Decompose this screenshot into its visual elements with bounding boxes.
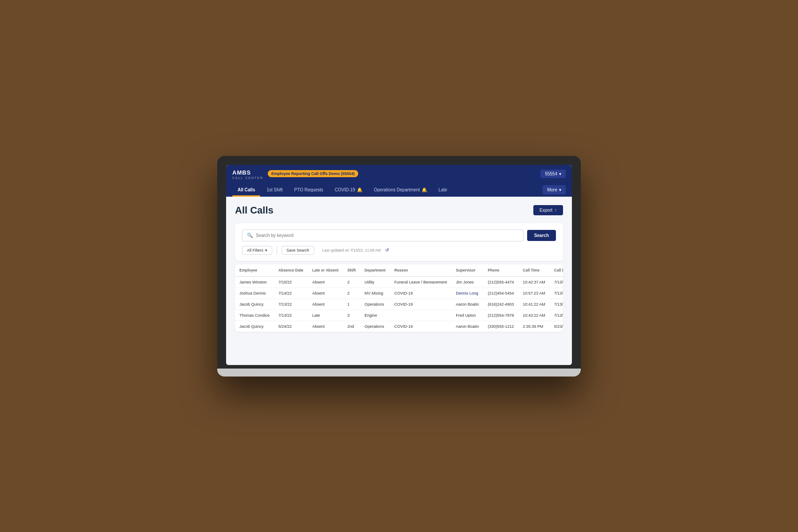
logo-text: AMBS (232, 169, 251, 176)
cell-shift: 2 (343, 287, 360, 299)
main-nav: All Calls 1st Shift PTO Requests COVID-1… (226, 183, 572, 197)
search-input[interactable] (256, 233, 519, 238)
table-row: Joshua Dennis 7/14/22 Absent 2 MV Mixing… (235, 287, 563, 299)
cell-employee: Jacob Quincy (235, 299, 274, 310)
last-updated-text: Last updated on 7/13/22, 11:59 AM (322, 248, 381, 252)
user-menu[interactable]: 55554 ▾ (540, 170, 566, 178)
col-phone: Phone (483, 264, 518, 276)
page-title: All Calls (235, 205, 274, 216)
cell-reason: Funeral Leave / Bereavement (390, 276, 452, 288)
save-search-button[interactable]: Save Search (282, 246, 314, 255)
cell-department: Operations (360, 299, 390, 310)
export-icon: ↑ (555, 208, 557, 213)
col-reason: Reason (390, 264, 452, 276)
top-bar: AMBS CALL CENTER Employee Reporting Call… (226, 165, 572, 183)
nav-item-pto-requests[interactable]: PTO Requests (289, 183, 329, 197)
col-absence-date: Absence Date (274, 264, 308, 276)
cell-department: Utility (360, 276, 390, 288)
supervisor-name: Aaron Boatin (456, 324, 479, 329)
cell-late-or-absent: Absent (308, 299, 343, 310)
col-department: Department (360, 264, 390, 276)
nav-item-covid-19[interactable]: COVID-19 🔔 (329, 183, 368, 197)
cell-absence-date: 7/14/22 (274, 287, 308, 299)
cell-supervisor: Dennis Long (451, 287, 483, 299)
nav-item-1st-shift[interactable]: 1st Shift (261, 183, 288, 197)
user-label: 55554 (545, 171, 557, 176)
filters-chevron-icon: ▾ (265, 248, 267, 252)
search-icon: 🔍 (247, 233, 253, 238)
nav-label-covid-19: COVID-19 (335, 187, 355, 192)
data-table: Employee Absence Date Late or Absent Shi… (235, 264, 563, 332)
nav-label-all-calls: All Calls (238, 187, 255, 192)
more-label: More (547, 187, 557, 192)
logo: AMBS CALL CENTER (232, 168, 263, 179)
more-chevron-icon: ▾ (559, 187, 561, 192)
table-row: Thomas Condice 7/13/22 Late 3 Engine Fre… (235, 310, 563, 321)
nav-label-1st-shift: 1st Shift (266, 187, 282, 192)
cell-employee: Jacob Quincy (235, 321, 274, 332)
cell-employee: Joshua Dennis (235, 287, 274, 299)
all-filters-label: All Filters (247, 248, 263, 252)
cell-phone: (330)555-1212 (483, 321, 518, 332)
search-area: 🔍 Search All Filters ▾ Save Search Last … (235, 223, 563, 261)
bell-icon-ops: 🔔 (422, 187, 427, 192)
nav-item-all-calls[interactable]: All Calls (232, 183, 260, 197)
more-menu[interactable]: More ▾ (543, 185, 566, 194)
supervisor-link[interactable]: Dennis Long (456, 291, 478, 295)
cell-late-or-absent: Absent (308, 321, 343, 332)
cell-employee: Thomas Condice (235, 310, 274, 321)
refresh-icon[interactable]: ↺ (385, 248, 389, 252)
nav-item-late[interactable]: Late (433, 183, 452, 197)
nav-label-late: Late (438, 187, 447, 192)
cell-call-time: 10:41:22 AM (518, 299, 550, 310)
search-row: 🔍 Search (242, 229, 556, 241)
search-button[interactable]: Search (527, 230, 556, 241)
table-row: Jacob Quincy 7/13/22 Absent 1 Operations… (235, 299, 563, 310)
export-button[interactable]: Export ↑ (533, 205, 563, 215)
cell-employee: James Winston (235, 276, 274, 288)
cell-department: MV Mixing (360, 287, 390, 299)
cell-reason: COVID-19 (390, 299, 452, 310)
screen: AMBS CALL CENTER Employee Reporting Call… (226, 165, 572, 365)
cell-call-time: 10:42:37 AM (518, 276, 550, 288)
col-call-time: Call Time (518, 264, 550, 276)
cell-call-date: 7/13/22 (550, 299, 563, 310)
cell-shift: 3 (343, 310, 360, 321)
col-call-date: Call Date (550, 264, 563, 276)
laptop-frame: AMBS CALL CENTER Employee Reporting Call… (217, 156, 581, 377)
cell-phone: (212)554-7878 (483, 310, 518, 321)
cell-late-or-absent: Absent (308, 287, 343, 299)
nav-label-pto-requests: PTO Requests (294, 187, 323, 192)
cell-call-date: 7/13/22 (550, 287, 563, 299)
cell-call-date: 7/13/22 (550, 310, 563, 321)
cell-shift: 1 (343, 299, 360, 310)
bell-icon-covid: 🔔 (357, 187, 362, 192)
cell-call-time: 10:43:22 AM (518, 310, 550, 321)
content-area: All Calls Export ↑ 🔍 Search All (226, 197, 572, 365)
page-header: All Calls Export ↑ (235, 205, 563, 216)
export-label: Export (540, 208, 552, 213)
cell-phone: (212)454-5454 (483, 287, 518, 299)
all-filters-button[interactable]: All Filters ▾ (242, 246, 272, 255)
nav-item-operations-dept[interactable]: Operations Department 🔔 (368, 183, 432, 197)
cell-supervisor: Fred Upton (451, 310, 483, 321)
cell-shift: 2nd (343, 321, 360, 332)
cell-call-date: 7/13/22 (550, 276, 563, 288)
col-supervisor: Supervisor (451, 264, 483, 276)
cell-absence-date: 7/13/22 (274, 310, 308, 321)
cell-absence-date: 7/13/22 (274, 299, 308, 310)
demo-badge: Employee Reporting Call Offs Demo (55554… (268, 170, 358, 177)
col-late-or-absent: Late or Absent (308, 264, 343, 276)
cell-late-or-absent: Late (308, 310, 343, 321)
filter-divider (277, 246, 277, 255)
supervisor-name: Jim Jones (456, 280, 474, 284)
cell-call-time: 2:35:39 PM (518, 321, 550, 332)
cell-supervisor: Aaron Boatin (451, 321, 483, 332)
cell-reason: COVID-19 (390, 321, 452, 332)
cell-department: Engine (360, 310, 390, 321)
supervisor-name: Fred Upton (456, 313, 476, 318)
table-header-row: Employee Absence Date Late or Absent Shi… (235, 264, 563, 276)
col-employee: Employee (235, 264, 274, 276)
cell-absence-date: 7/15/22 (274, 276, 308, 288)
cell-reason (390, 310, 452, 321)
